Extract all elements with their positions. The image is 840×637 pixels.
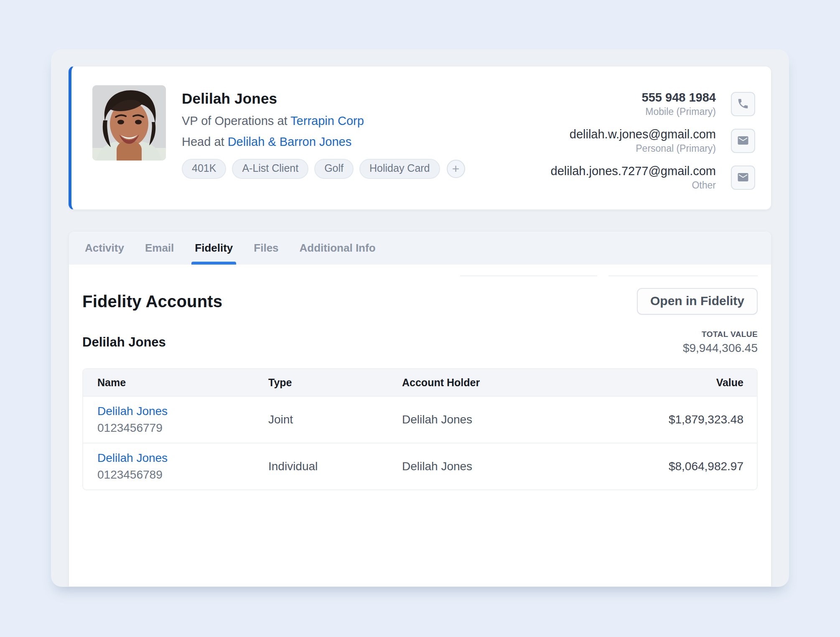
tab-fidelity[interactable]: Fidelity [194, 232, 234, 265]
accounts-table-header: NameTypeAccount HolderValue [83, 369, 757, 396]
account-value-cell: $1,879,323.48 [598, 413, 757, 426]
tab-bar: ActivityEmailFidelityFilesAdditional Inf… [69, 232, 771, 265]
account-name-cell: Delilah Jones0123456779 [83, 405, 268, 435]
household-role-text: Head at [182, 135, 224, 148]
email-icon [737, 171, 749, 185]
section-header: Fidelity Accounts Open in Fidelity [82, 288, 758, 315]
contact-value: delilah.jones.7277@gmail.com [551, 164, 716, 178]
contact-method-texts: delilah.jones.7277@gmail.comOther [551, 164, 716, 191]
household-line: Head at Delilah & Barron Jones [182, 135, 465, 149]
contact-method-row: delilah.jones.7277@gmail.comOther [551, 164, 755, 191]
column-header-account-holder: Account Holder [402, 377, 598, 389]
column-header-name: Name [83, 377, 268, 389]
tag-pill[interactable]: Golf [314, 159, 354, 179]
fidelity-tab-content: Fidelity Accounts Open in Fidelity Delil… [69, 288, 771, 490]
profile-summary: Delilah Jones VP of Operations at Terrap… [182, 85, 465, 179]
tab-files[interactable]: Files [253, 232, 279, 265]
tab-activity[interactable]: Activity [84, 232, 125, 265]
tabs-content-card: ActivityEmailFidelityFilesAdditional Inf… [69, 231, 771, 586]
contact-detail-panel: Delilah Jones VP of Operations at Terrap… [51, 49, 789, 587]
avatar-photo [92, 85, 166, 161]
phone-icon [737, 97, 749, 111]
email-icon [737, 134, 749, 148]
tag-pill[interactable]: 401K [182, 159, 226, 179]
divider-line [460, 275, 597, 276]
profile-header-card: Delilah Jones VP of Operations at Terrap… [69, 66, 771, 210]
account-link[interactable]: Delilah Jones [97, 451, 168, 465]
account-name-cell: Delilah Jones0123456789 [83, 451, 268, 482]
account-type-cell: Joint [268, 413, 402, 426]
add-tag-button[interactable]: + [447, 160, 465, 178]
divider-line [608, 275, 758, 276]
contact-name: Delilah Jones [182, 90, 465, 107]
tab-email[interactable]: Email [144, 232, 175, 265]
job-title-line: VP of Operations at Terrapin Corp [182, 114, 465, 128]
tab-additional-info[interactable]: Additional Info [299, 232, 377, 265]
contact-value: 555 948 1984 [642, 90, 716, 104]
call-button[interactable] [731, 92, 755, 116]
account-type-cell: Individual [268, 460, 402, 473]
contact-type-label: Other [551, 179, 716, 191]
account-holder-cell: Delilah Jones [402, 413, 598, 426]
column-header-type: Type [268, 377, 402, 389]
contact-value: delilah.w.jones@gmail.com [570, 127, 716, 141]
total-value-label: TOTAL VALUE [683, 330, 758, 339]
account-owner-name: Delilah Jones [82, 335, 166, 350]
contact-method-row: 555 948 1984Mobile (Primary) [551, 90, 755, 118]
account-holder-cell: Delilah Jones [402, 460, 598, 473]
send-email-button[interactable] [731, 166, 755, 190]
column-header-value: Value [598, 377, 757, 389]
company-link[interactable]: Terrapin Corp [290, 114, 364, 127]
account-link[interactable]: Delilah Jones [97, 405, 168, 418]
account-number: 0123456789 [97, 468, 268, 482]
contact-method-texts: 555 948 1984Mobile (Primary) [642, 90, 716, 118]
contact-method-texts: delilah.w.jones@gmail.comPersonal (Prima… [570, 127, 716, 155]
send-email-button[interactable] [731, 129, 755, 153]
tag-pill[interactable]: Holiday Card [359, 159, 440, 179]
account-value-cell: $8,064,982.97 [598, 460, 757, 473]
avatar [92, 85, 166, 161]
table-row: Delilah Jones0123456779JointDelilah Jone… [83, 396, 757, 443]
open-in-fidelity-button[interactable]: Open in Fidelity [637, 288, 758, 315]
contact-method-row: delilah.w.jones@gmail.comPersonal (Prima… [551, 127, 755, 155]
account-number: 0123456779 [97, 421, 268, 435]
total-value-amount: $9,944,306.45 [683, 341, 758, 355]
contact-type-label: Personal (Primary) [570, 142, 716, 155]
plus-icon: + [452, 162, 460, 176]
accounts-table-body: Delilah Jones0123456779JointDelilah Jone… [83, 396, 757, 489]
account-owner-row: Delilah Jones TOTAL VALUE $9,944,306.45 [82, 330, 758, 355]
tag-list: 401KA-List ClientGolfHoliday Card+ [182, 159, 465, 179]
contact-methods: 555 948 1984Mobile (Primary)delilah.w.jo… [551, 90, 755, 191]
tag-pill[interactable]: A-List Client [232, 159, 308, 179]
section-title: Fidelity Accounts [82, 292, 222, 311]
accounts-table: NameTypeAccount HolderValue Delilah Jone… [82, 368, 758, 490]
table-row: Delilah Jones0123456789IndividualDelilah… [83, 443, 757, 489]
job-title-text: VP of Operations at [182, 114, 288, 127]
contact-type-label: Mobile (Primary) [642, 105, 716, 118]
household-link[interactable]: Delilah & Barron Jones [228, 135, 352, 148]
total-value-block: TOTAL VALUE $9,944,306.45 [683, 330, 758, 355]
